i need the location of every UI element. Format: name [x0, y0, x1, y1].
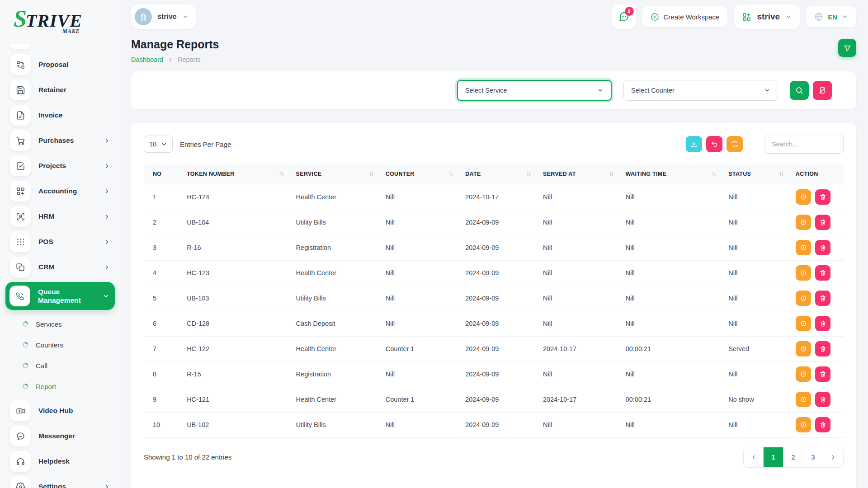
sidebar-item-crm[interactable]: CRM — [10, 257, 110, 277]
pagination-page-2[interactable]: 2 — [783, 447, 803, 467]
column-header-waiting-time[interactable]: WAITING TIME — [621, 164, 724, 184]
sidebar-item-helpdesk[interactable]: Helpdesk — [10, 451, 110, 472]
cell-action — [791, 286, 844, 311]
cell-no: 7 — [144, 336, 182, 361]
view-button[interactable] — [796, 265, 811, 281]
brand-logo[interactable]: STRIVE MAKE — [0, 0, 120, 42]
delete-button[interactable] — [815, 341, 830, 357]
table-controls: 10 Entries Per Page — [144, 135, 844, 154]
delete-button[interactable] — [815, 417, 830, 432]
pagination-page-1[interactable]: 1 — [764, 447, 783, 467]
table-row: 6CD-128Cash DepositNill2024-09-09NillNil… — [144, 311, 844, 336]
column-header-service[interactable]: SERVICE — [292, 164, 381, 184]
column-header-served-at[interactable]: SERVED AT — [538, 164, 621, 184]
filter-toggle-button[interactable] — [838, 39, 856, 57]
pagination-next[interactable] — [823, 447, 843, 467]
delete-button[interactable] — [815, 316, 830, 331]
chevron-down-icon — [842, 14, 848, 20]
sidebar-item-invoice[interactable]: Invoice — [10, 105, 110, 126]
column-header-no: NO — [144, 164, 182, 184]
reset-button[interactable] — [706, 136, 722, 152]
cell-service: Health Center — [292, 184, 381, 210]
delete-button[interactable] — [815, 392, 830, 407]
column-header-date[interactable]: DATE — [461, 164, 538, 184]
entries-per-page-select[interactable]: 10 — [144, 136, 173, 153]
view-button[interactable] — [796, 366, 811, 382]
table-footer: Showing 1 to 10 of 22 entries 123 — [144, 447, 844, 471]
plus-circle-icon — [651, 13, 659, 21]
sidebar-item-proposal[interactable]: Proposal — [10, 54, 110, 75]
sidebar-item-settings[interactable]: Settings — [10, 476, 110, 488]
column-header-token-number[interactable]: TOKEN NUMBER — [182, 164, 291, 184]
reports-table: NOTOKEN NUMBERSERVICECOUNTERDATESERVED A… — [144, 164, 844, 438]
sidebar-item-purchases[interactable]: Purchases — [10, 130, 110, 151]
clear-filter-button[interactable] — [813, 81, 832, 100]
counter-select-value: Select Counter — [631, 87, 675, 94]
view-button[interactable] — [796, 215, 811, 230]
view-button[interactable] — [796, 417, 811, 432]
sort-icon[interactable] — [279, 171, 284, 177]
view-button[interactable] — [796, 341, 811, 357]
progress-ring-icon — [23, 342, 28, 347]
sort-icon[interactable] — [526, 171, 531, 177]
language-selector[interactable]: EN — [806, 6, 856, 27]
column-header-counter[interactable]: COUNTER — [381, 164, 461, 184]
sidebar-item-video-hub[interactable]: Video Hub — [10, 400, 110, 421]
cell-counter: Nill — [381, 260, 461, 286]
pagination-prev[interactable] — [744, 447, 764, 467]
filter-actions — [790, 81, 832, 100]
delete-button[interactable] — [815, 189, 830, 205]
delete-button[interactable] — [815, 265, 830, 281]
column-header-status[interactable]: STATUS — [724, 164, 791, 184]
sidebar-item-projects[interactable]: Projects — [10, 155, 110, 176]
sidebar-subitem-label: Report — [36, 383, 56, 390]
create-workspace-button[interactable]: Create Workspace — [642, 6, 728, 27]
sort-icon[interactable] — [609, 171, 614, 177]
service-select[interactable]: Select Service — [457, 80, 612, 101]
counter-select[interactable]: Select Counter — [623, 80, 778, 101]
sort-icon[interactable] — [448, 171, 453, 177]
breadcrumb-dashboard-link[interactable]: Dashboard — [131, 56, 163, 63]
view-button[interactable] — [796, 316, 811, 331]
hrm-icon — [10, 206, 31, 227]
workspace-selector[interactable]: strive — [131, 5, 196, 29]
cell-waiting_time: Nill — [621, 311, 724, 336]
cell-token: R-15 — [182, 361, 291, 387]
sidebar-subitem-report[interactable]: Report — [10, 376, 110, 397]
view-button[interactable] — [796, 291, 811, 306]
view-button[interactable] — [796, 189, 811, 205]
cell-service: Health Center — [292, 260, 381, 286]
entries-per-page-value: 10 — [149, 141, 156, 148]
table-search-input[interactable] — [765, 135, 844, 154]
app-switcher-button[interactable]: strive — [734, 5, 800, 29]
sidebar-item-accounting[interactable]: Accounting — [10, 181, 110, 202]
sidebar-subitem-services[interactable]: Services — [10, 314, 110, 334]
sidebar-item-queue-management[interactable]: Queue Management — [5, 282, 115, 310]
cell-token: HC-122 — [182, 336, 291, 361]
sidebar-subitem-label: Counters — [36, 341, 63, 349]
view-button[interactable] — [796, 392, 811, 407]
sidebar-subitem-counters[interactable]: Counters — [10, 334, 110, 355]
delete-button[interactable] — [815, 215, 830, 230]
sidebar-item-pos[interactable]: POS — [10, 231, 110, 252]
messages-button[interactable]: 0 — [612, 5, 636, 29]
delete-button[interactable] — [815, 366, 830, 382]
topbar: strive 0 Create Workspace strive — [120, 0, 868, 33]
sidebar-item-retainer[interactable]: Retainer — [10, 80, 110, 100]
sort-icon[interactable] — [369, 171, 374, 177]
pagination-page-3[interactable]: 3 — [803, 447, 823, 467]
delete-button[interactable] — [815, 240, 830, 255]
sort-icon[interactable] — [779, 171, 784, 177]
sort-icon[interactable] — [712, 171, 717, 177]
table-row: 7HC-122Health CenterCounter 12024-09-092… — [144, 336, 844, 361]
sidebar-item-hrm[interactable]: HRM — [10, 206, 110, 227]
sidebar-subitem-call[interactable]: Call — [10, 355, 110, 376]
funnel-icon — [844, 44, 851, 52]
export-download-button[interactable] — [686, 136, 702, 152]
sidebar-item-label: Helpdesk — [38, 457, 110, 465]
refresh-button[interactable] — [726, 136, 743, 152]
apply-filter-button[interactable] — [790, 81, 809, 100]
sidebar-item-messenger[interactable]: Messenger — [10, 426, 110, 446]
delete-button[interactable] — [815, 291, 830, 306]
view-button[interactable] — [796, 240, 811, 255]
